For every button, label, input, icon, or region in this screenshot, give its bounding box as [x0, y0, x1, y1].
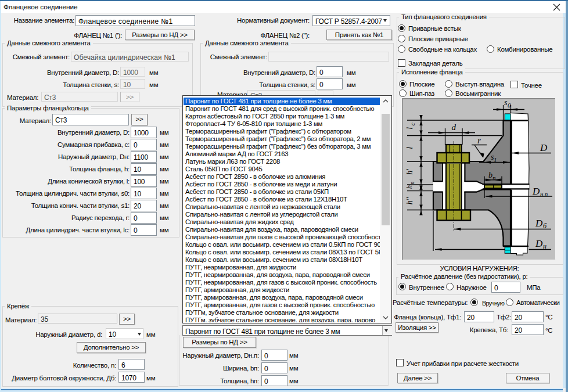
svg-text:D: D — [540, 142, 548, 153]
svg-text:l: l — [405, 127, 414, 130]
svg-text:l: l — [405, 147, 414, 149]
svg-text:h': h' — [405, 168, 414, 175]
svg-text:D: D — [535, 238, 543, 249]
svg-text:1: 1 — [494, 156, 497, 163]
svg-text:b: b — [488, 171, 492, 179]
svg-text:D: D — [535, 218, 543, 229]
svg-text:n: n — [492, 174, 496, 181]
svg-text:н.п: н.п — [540, 190, 548, 197]
svg-text:h: h — [405, 185, 414, 189]
svg-text:н: н — [543, 242, 547, 250]
svg-text:r: r — [477, 136, 481, 145]
svg-text:h": h" — [405, 197, 414, 204]
svg-text:c: c — [409, 123, 416, 125]
svg-text:0: 0 — [508, 102, 511, 109]
svg-text:n: n — [409, 181, 415, 184]
svg-text:d: d — [451, 123, 456, 132]
svg-text:D: D — [532, 186, 540, 197]
